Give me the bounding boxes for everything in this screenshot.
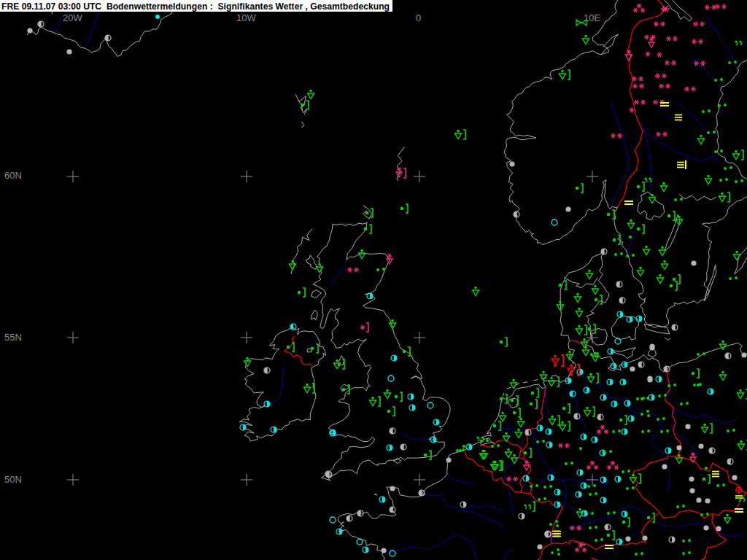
svg-text:FRE 09.11.07 03:00 UTC Bodenw: FRE 09.11.07 03:00 UTC Bodenwettermeldun… [1, 1, 390, 12]
svg-text:10W: 10W [236, 12, 256, 23]
svg-text:20W: 20W [63, 12, 82, 23]
svg-text:50N: 50N [4, 474, 22, 485]
svg-text:55N: 55N [4, 332, 22, 343]
svg-text:0: 0 [416, 12, 421, 23]
svg-text:60N: 60N [4, 170, 22, 181]
